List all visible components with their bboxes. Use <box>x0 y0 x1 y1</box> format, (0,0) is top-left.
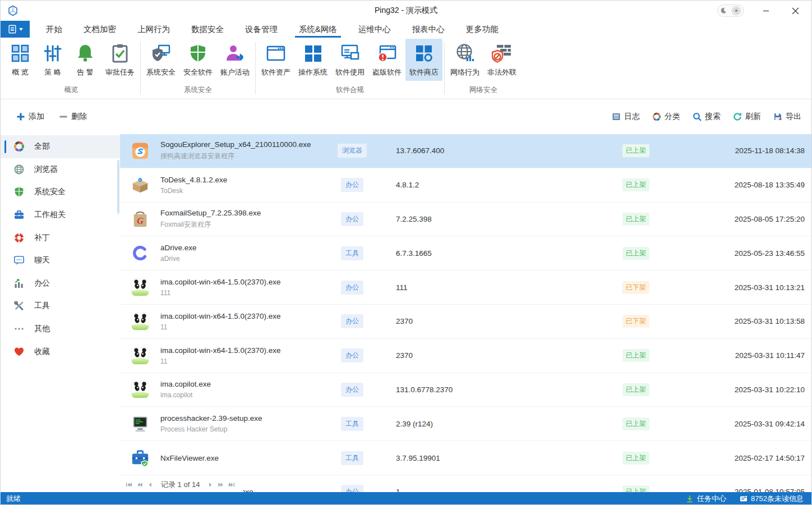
table-row[interactable]: ima.copilot-win-x64-1.5.0(2370).exe 11 办… <box>120 339 811 373</box>
status-badge: 已下架 <box>622 315 649 328</box>
menu-tab[interactable]: 运维中心 <box>348 21 402 38</box>
ribbon-group: 系统安全 安全软件 账户活动 系统安全 <box>142 39 253 99</box>
refresh-button[interactable]: 刷新 <box>733 112 761 122</box>
version-text: 6.7.3.1665 <box>376 249 602 258</box>
sidebar-item[interactable]: 工作相关 <box>1 204 120 227</box>
menu-tab[interactable]: 上网行为 <box>127 21 181 38</box>
menu-tab[interactable]: 报表中心 <box>402 21 455 38</box>
minimize-button[interactable] <box>759 4 773 17</box>
pagination-prev-button[interactable] <box>147 481 154 488</box>
software-store-icon <box>414 43 434 63</box>
ribbon-button-software-asset[interactable]: 软件资产 <box>257 39 294 81</box>
ribbon-button-approval-clipboard[interactable]: 审批任务 <box>101 39 139 81</box>
export-icon <box>773 112 782 121</box>
sidebar-item[interactable]: 办公 <box>1 272 120 295</box>
sidebar-item[interactable]: 其他 <box>1 318 120 341</box>
category-tag: 办公 <box>341 178 363 192</box>
search-icon <box>693 112 702 121</box>
software-table: SogouExplorer_Setup_x64_2100110000.exe 搜… <box>120 134 811 492</box>
pagination-fast-prev-button[interactable] <box>136 481 143 488</box>
menu-tab[interactable]: 更多功能 <box>455 21 509 38</box>
download-icon <box>686 495 694 503</box>
sidebar-scrollbar[interactable] <box>117 160 119 214</box>
table-row[interactable]: ToDesk_4.8.1.2.exe ToDesk 办公 4.8.1.2 已上架… <box>120 168 811 203</box>
task-center-button[interactable]: 任务中心 <box>686 494 726 504</box>
ribbon-button-security-shield[interactable]: 安全软件 <box>179 39 216 81</box>
table-row[interactable]: ima.copilot-win-x64-1.5.0(2370).exe 111 … <box>120 270 811 305</box>
version-text: 111 <box>376 283 602 292</box>
minus-icon <box>59 112 68 121</box>
shield-green-icon <box>13 186 25 198</box>
delete-button[interactable]: 删除 <box>59 112 87 122</box>
heart-icon <box>13 346 25 357</box>
date-text: 2025-03-31 10:13:58 <box>670 317 811 325</box>
ribbon-button-software-store[interactable]: 软件商店 <box>405 39 442 81</box>
sidebar-item[interactable]: 系统安全 <box>1 181 120 204</box>
add-button[interactable]: 添加 <box>16 112 44 122</box>
file-name: NxFileViewer.exe <box>160 454 329 462</box>
file-subtitle: 11 <box>160 323 329 331</box>
pagination-last-button[interactable] <box>228 481 235 488</box>
table-row[interactable]: ima.copilot.exe ima.copilot 办公 131.0.677… <box>120 373 811 407</box>
category-button[interactable]: 分类 <box>652 112 680 122</box>
plus-icon <box>16 112 25 121</box>
ribbon-button-policy-sliders[interactable]: 策 略 <box>36 39 69 81</box>
ribbon-button-illegal-connection[interactable]: 非法外联 <box>483 39 520 81</box>
ribbon: 概 览 策 略 告 警 审批任务 概览 系统安全 安全软件 账户活动 <box>1 38 811 99</box>
log-button[interactable]: 日志 <box>612 112 640 122</box>
menu-tab[interactable]: 数据安全 <box>181 21 234 38</box>
search-button[interactable]: 搜索 <box>693 112 721 122</box>
date-text: 2025-08-18 13:35:49 <box>670 181 811 189</box>
menu-tab[interactable]: 文档加密 <box>73 21 127 38</box>
menu-tab[interactable]: 系统&网络 <box>288 21 348 38</box>
ribbon-button-system-shield[interactable]: 系统安全 <box>142 39 179 81</box>
sidebar-item[interactable]: 聊天 <box>1 249 120 272</box>
export-button[interactable]: 导出 <box>773 112 801 122</box>
sidebar-item[interactable]: 工具 <box>1 295 120 318</box>
ribbon-button-account-activity[interactable]: 账户活动 <box>216 39 253 81</box>
pagination-first-button[interactable] <box>126 481 132 488</box>
sidebar-item[interactable]: 补丁 <box>1 226 120 249</box>
app-menu-button[interactable] <box>1 21 30 38</box>
menu-tab-bar: 开始文档加密上网行为数据安全设备管理系统&网络运维中心报表中心更多功能 <box>1 21 811 38</box>
file-subtitle: ToDesk <box>160 187 329 195</box>
ribbon-group-label: 网络安全 <box>446 84 520 99</box>
table-row[interactable]: NxFileViewer.exe 工具 3.7.95.19901 已上架 202… <box>120 441 811 475</box>
software-asset-icon <box>266 43 286 63</box>
theme-toggle[interactable] <box>717 4 744 17</box>
table-row[interactable]: aDrive.exe aDrive 工具 6.7.3.1665 已上架 2025… <box>120 236 811 270</box>
category-tag: 浏览器 <box>338 144 367 158</box>
pagination-next-button[interactable] <box>207 481 214 488</box>
sidebar-item[interactable]: 全部 <box>1 135 120 158</box>
ribbon-button-alert-bell[interactable]: 告 警 <box>69 39 101 81</box>
pagination-fast-next-button[interactable] <box>218 481 224 488</box>
close-button[interactable] <box>788 4 802 17</box>
sidebar-item[interactable]: 收藏 <box>1 340 120 363</box>
category-ring-icon <box>13 141 25 152</box>
table-row[interactable]: SogouExplorer_Setup_x64_2100110000.exe 搜… <box>120 134 811 168</box>
table-row[interactable]: G FoxmailSetup_7.2.25.398.exe Foxmail安装程… <box>120 203 811 237</box>
ribbon-button-software-usage[interactable]: 软件使用 <box>331 39 368 81</box>
status-badge: 已上架 <box>622 383 649 396</box>
version-text: 1 <box>376 488 602 492</box>
pirated-software-icon <box>377 43 397 63</box>
status-bar: 就绪 任务中心 8752条未读信息 <box>1 492 811 505</box>
table-row[interactable]: processhacker-2.39-setup.exe Process Hac… <box>120 407 811 441</box>
ribbon-button-os-squares[interactable]: 操作系统 <box>294 39 331 81</box>
ribbon-button-network-behavior[interactable]: 网络行为 <box>446 39 483 81</box>
moon-icon[interactable] <box>720 7 727 14</box>
ribbon-button-overview-grid[interactable]: 概 览 <box>4 39 36 81</box>
sidebar-item[interactable]: 浏览器 <box>1 158 120 181</box>
status-badge: 已下架 <box>622 281 649 294</box>
ribbon-button-pirated-software[interactable]: 盗版软件 <box>368 39 405 81</box>
browser-globe-icon <box>13 164 25 175</box>
policy-sliders-icon <box>43 43 63 63</box>
sun-icon[interactable] <box>731 6 741 16</box>
unread-messages-button[interactable]: 8752条未读信息 <box>740 494 804 504</box>
date-text: 2025-11-18 08:14:38 <box>670 146 811 155</box>
date-text: 2025-03-31 10:22:10 <box>670 385 811 394</box>
table-row[interactable]: ima.copilot-win-x64-1.5.0(2370).exe 11 办… <box>120 305 811 339</box>
menu-tab[interactable]: 开始 <box>35 21 73 38</box>
menu-tab[interactable]: 设备管理 <box>234 21 288 38</box>
version-text: 2370 <box>376 317 602 325</box>
